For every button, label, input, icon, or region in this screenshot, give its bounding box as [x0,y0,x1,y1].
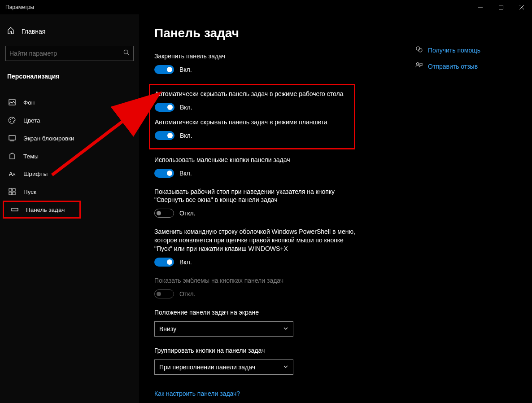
toggle-state: Вкл. [179,258,192,266]
feedback-icon [415,62,423,71]
palette-icon [8,117,16,124]
svg-point-8 [12,118,13,119]
setting-lock-taskbar: Закрепить панель задач Вкл. [154,52,361,74]
svg-rect-12 [9,188,12,191]
toggle-state: Откл. [179,210,196,217]
sidebar-item-label: Экран блокировки [23,135,74,142]
toggle-small-buttons[interactable] [154,169,174,178]
chevron-down-icon [283,364,288,371]
search-input[interactable] [5,46,134,61]
setting-label: Положение панели задач на экране [154,308,361,317]
toggle-badges [154,289,174,298]
category-label: Персонализация [0,69,139,83]
toggle-autohide-desktop[interactable] [155,103,174,112]
help-link[interactable]: Получить помощь [415,46,519,55]
setting-peek: Показывать рабочий стол при наведении ук… [154,188,361,218]
svg-point-9 [10,121,11,122]
home-label: Главная [22,28,45,35]
picture-icon [8,99,16,106]
nav-list: Фон Цвета Экран блокировки Темы AA Шрифт… [0,93,139,219]
setting-position: Положение панели задач на экране Внизу [154,308,361,337]
select-value: Внизу [159,325,176,333]
sidebar-item-label: Шрифты [23,171,48,177]
taskbar-icon [11,206,19,213]
svg-rect-13 [13,188,15,191]
window-chrome [470,0,532,14]
feedback-link[interactable]: Отправить отзыв [415,62,519,71]
setting-label: Автоматически скрывать панель задач в ре… [155,90,349,98]
svg-rect-16 [12,208,18,211]
titlebar: Параметры [0,0,532,14]
sidebar-item-label: Панель задач [26,206,65,213]
search-icon [123,49,130,57]
toggle-lock[interactable] [154,65,174,74]
sidebar-item-background[interactable]: Фон [0,93,139,111]
svg-point-19 [417,63,419,65]
toggle-state: Вкл. [180,104,192,111]
select-value: При переполнении панели задач [159,364,255,371]
setting-label: Показывать рабочий стол при наведении ук… [154,188,361,205]
setting-autohide-desktop: Автоматически скрывать панель задач в ре… [155,90,349,112]
minimize-button[interactable] [470,0,491,14]
setting-small-buttons: Использовать маленькие кнопки панели зад… [154,156,361,178]
search-field[interactable] [9,50,123,57]
toggle-state: Откл. [179,290,196,298]
home-button[interactable]: Главная [0,23,139,39]
setting-label: Автоматически скрывать панель задач в ре… [155,118,349,127]
svg-rect-1 [499,5,503,9]
start-icon [8,188,16,195]
select-position[interactable]: Внизу [154,321,293,337]
setting-autohide-tablet: Автоматически скрывать панель задач в ре… [155,118,349,140]
maximize-button[interactable] [491,0,511,14]
sidebar-item-themes[interactable]: Темы [0,147,139,165]
sidebar-item-label: Фон [23,99,35,106]
svg-point-7 [10,119,11,120]
side-links: Получить помощь Отправить отзыв [415,46,519,78]
svg-point-17 [416,47,420,50]
sidebar-item-colors[interactable]: Цвета [0,111,139,129]
sidebar-item-label: Темы [23,153,39,160]
sidebar: Главная Персонализация Фон Цвета Экран б… [0,14,139,403]
toggle-state: Вкл. [180,132,192,139]
svg-line-5 [127,53,129,55]
svg-rect-10 [9,136,15,140]
setting-label: Закрепить панель задач [154,52,361,61]
window-title: Параметры [0,4,34,10]
setting-label: Группировать кнопки на панели задач [154,346,361,355]
home-icon [7,27,15,36]
toggle-powershell[interactable] [154,258,174,267]
setting-label: Использовать маленькие кнопки панели зад… [154,156,361,164]
highlighted-settings: Автоматически скрывать панель задач в ре… [149,84,355,149]
fonts-icon: AA [8,171,16,177]
toggle-peek[interactable] [154,209,174,218]
chevron-down-icon [283,325,288,333]
main-content: Панель задач Закрепить панель задач Вкл.… [139,14,532,403]
sidebar-item-lockscreen[interactable]: Экран блокировки [0,129,139,147]
svg-rect-15 [13,192,15,195]
svg-point-18 [419,48,422,52]
setting-label: Показать эмблемы на кнопках панели задач [154,276,361,285]
sidebar-item-start[interactable]: Пуск [0,183,139,201]
help-icon [415,46,423,55]
close-button[interactable] [511,0,532,14]
setting-label: Заменить командную строку оболочкой Wind… [154,228,361,253]
svg-rect-14 [9,192,12,195]
setting-combine: Группировать кнопки на панели задач При … [154,346,361,375]
svg-point-4 [124,50,128,54]
sidebar-item-fonts[interactable]: AA Шрифты [0,165,139,183]
help-text: Получить помощь [428,47,480,54]
sidebar-item-label: Цвета [23,117,40,124]
toggle-autohide-tablet[interactable] [155,131,174,140]
toggle-state: Вкл. [179,170,192,177]
toggle-state: Вкл. [179,66,192,73]
lockscreen-icon [8,135,16,142]
customize-link[interactable]: Как настроить панели задач? [154,390,240,397]
setting-powershell: Заменить командную строку оболочкой Wind… [154,228,361,267]
page-title: Панель задач [154,26,532,40]
feedback-text: Отправить отзыв [428,63,478,70]
select-combine[interactable]: При переполнении панели задач [154,359,293,375]
setting-badges: Показать эмблемы на кнопках панели задач… [154,276,361,298]
sidebar-item-label: Пуск [23,188,36,195]
sidebar-item-taskbar[interactable]: Панель задач [3,201,81,219]
themes-icon [8,153,16,160]
